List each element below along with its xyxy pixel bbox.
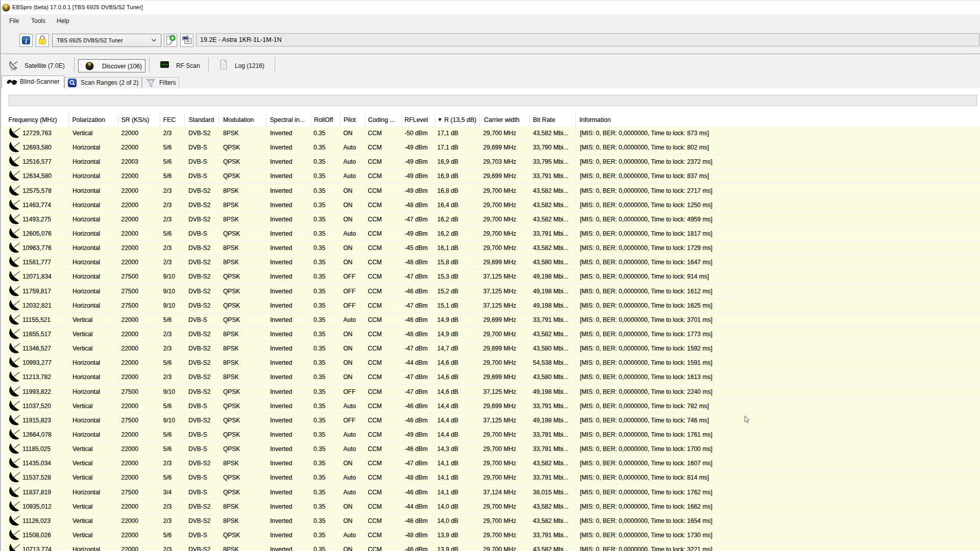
svg-text:i: i [25, 37, 27, 45]
